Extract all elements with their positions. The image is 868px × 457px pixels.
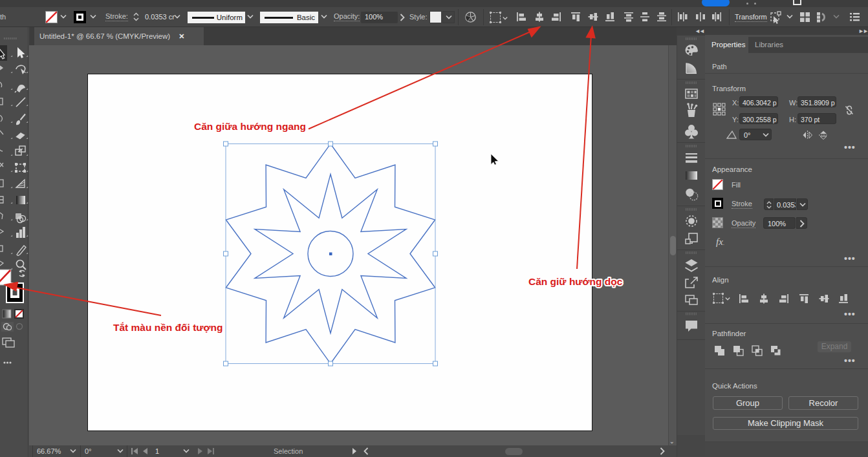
svg-text:Căn giữ hướng dọc: Căn giữ hướng dọc xyxy=(528,276,623,287)
svg-text:Tắt màu nền đối tượng: Tắt màu nền đối tượng xyxy=(113,322,223,333)
svg-text:Căn giữa hướng ngang: Căn giữa hướng ngang xyxy=(194,121,306,132)
